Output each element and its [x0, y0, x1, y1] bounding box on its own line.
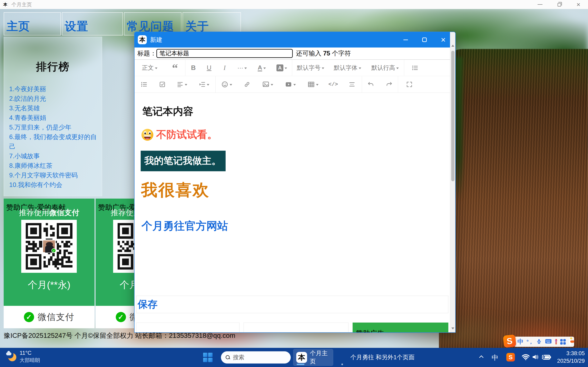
insert-video-dropdown[interactable]: [279, 81, 302, 88]
ranking-item[interactable]: 4.青春美丽娟: [9, 113, 99, 123]
insert-table-dropdown[interactable]: [302, 81, 324, 88]
bullet-list-button[interactable]: [404, 64, 425, 71]
ranking-item[interactable]: 8.康师傅冰红茶: [9, 161, 99, 170]
ranking-item[interactable]: 1.今夜好美丽: [9, 84, 99, 94]
highlight-icon: A: [277, 64, 283, 71]
ranking-item[interactable]: 10.我和你有个约会: [9, 180, 99, 190]
font-family-dropdown[interactable]: 默认字体: [329, 64, 366, 72]
font-color-icon: A: [258, 64, 262, 71]
wechat-pay-label: 微信支付: [38, 311, 75, 323]
punctuation-icon[interactable]: °，: [527, 338, 533, 345]
dialog-minimize-button[interactable]: [401, 35, 410, 44]
redo-button[interactable]: [380, 81, 398, 88]
indent-dropdown[interactable]: [192, 81, 215, 88]
paragraph-style-dropdown[interactable]: 正文: [135, 64, 165, 72]
insert-link-button[interactable]: [238, 81, 256, 88]
assistant-mascot-icon[interactable]: [569, 338, 572, 346]
ranking-item[interactable]: 2.皎洁的月光: [9, 94, 99, 103]
note-hyperlink[interactable]: 个月勇往官方网站: [141, 219, 228, 234]
ranking-item[interactable]: 5.万里归来，仍是少年: [9, 123, 99, 132]
task-list-button[interactable]: [153, 81, 171, 88]
tray-expand-chevron-icon[interactable]: [479, 355, 484, 360]
save-button[interactable]: 保存: [138, 298, 158, 311]
emoji-dropdown[interactable]: [216, 81, 238, 88]
volume-icon[interactable]: [532, 353, 540, 361]
ime-mode-icon[interactable]: 中: [517, 338, 523, 346]
scroll-up-arrow-icon[interactable]: [451, 45, 454, 47]
tray-sogou-icon[interactable]: S: [506, 353, 515, 361]
divider-button[interactable]: [342, 81, 362, 88]
horizontal-rule-icon: [348, 81, 355, 88]
dialog-maximize-button[interactable]: [420, 35, 429, 44]
underline-button[interactable]: U: [201, 64, 217, 72]
wechat-badge-icon: ✓: [52, 248, 56, 253]
open-app-indicator: [341, 364, 343, 365]
orange-text: 我很喜欢: [141, 179, 210, 201]
microphone-icon[interactable]: [536, 338, 542, 345]
active-app-indicator: [297, 364, 304, 365]
minimize-button[interactable]: [530, 0, 550, 9]
windows-logo-icon: [208, 353, 213, 357]
code-block-button[interactable]: </>: [324, 81, 342, 87]
scroll-down-arrow-icon[interactable]: [451, 327, 454, 329]
dialog-close-button[interactable]: ×: [439, 35, 448, 44]
font-size-dropdown[interactable]: 默认字号: [292, 64, 329, 72]
italic-button[interactable]: I: [217, 64, 232, 72]
close-button[interactable]: ×: [569, 0, 588, 9]
app-logo-icon: 本: [2, 2, 8, 7]
keyboard-icon[interactable]: [545, 338, 552, 345]
note-title-row: 标题： 还可输入 75 个字符: [135, 48, 450, 60]
insert-image-dropdown[interactable]: [256, 81, 279, 88]
maximize-icon: [422, 38, 427, 42]
ranking-item[interactable]: 6.最终，我们都会变成更好的自己: [9, 132, 99, 151]
skin-icon[interactable]: [555, 339, 557, 344]
chevron-down-icon: [230, 84, 232, 86]
taskbar-search[interactable]: 搜索: [221, 351, 291, 364]
highlight-color-dropdown[interactable]: A: [272, 64, 292, 71]
red-text: 不防试试看。: [156, 128, 217, 142]
tray-clock[interactable]: 3:38:05 2025/10/29: [557, 350, 585, 364]
taskbar-weather-widget[interactable]: 11°C 大部晴朗: [6, 350, 40, 364]
bold-button[interactable]: B: [185, 64, 201, 72]
editor-toolbar-row2: </>: [135, 76, 450, 93]
sogou-logo-icon[interactable]: S: [503, 334, 516, 348]
tab-settings[interactable]: 设置: [62, 12, 123, 35]
restore-button[interactable]: [550, 0, 569, 9]
italic-icon: I: [224, 64, 226, 72]
ordered-list-button[interactable]: [135, 81, 153, 88]
more-formats-dropdown[interactable]: ···: [232, 64, 252, 71]
ranking-list: 1.今夜好美丽 2.皎洁的月光 3.无名英雄 4.青春美丽娟 5.万里归来，仍是…: [9, 84, 102, 190]
ranking-item[interactable]: 3.无名英雄: [9, 103, 99, 113]
font-color-dropdown[interactable]: A: [252, 64, 272, 71]
blockquote-button[interactable]: “: [165, 65, 185, 71]
fullscreen-button[interactable]: [398, 81, 421, 88]
ranking-item[interactable]: 9.个月文字聊天软件密码: [9, 170, 99, 180]
chevron-down-icon: [263, 67, 266, 69]
dialog-title: 新建: [150, 36, 162, 44]
tab-home[interactable]: 主页: [4, 12, 61, 35]
wechat-pay-strip: ✓ 微信支付: [4, 306, 95, 328]
line-height-dropdown[interactable]: 默认行高: [366, 64, 404, 72]
ranking-panel: 排行榜 1.今夜好美丽 2.皎洁的月光 3.无名英雄 4.青春美丽娟 5.万里归…: [4, 37, 102, 196]
scrollbar-thumb[interactable]: [451, 51, 454, 181]
search-placeholder: 搜索: [233, 354, 244, 361]
align-dropdown[interactable]: [171, 81, 192, 88]
ranking-item[interactable]: 7.小城故事: [9, 151, 99, 161]
toolbox-grid-icon[interactable]: [560, 339, 566, 345]
grinning-emoji-icon: [141, 129, 153, 141]
taskbar-app-edge[interactable]: 个月勇往 和另外1个页面: [337, 349, 415, 366]
start-button[interactable]: [203, 353, 213, 362]
code-icon: </>: [329, 81, 338, 87]
ad-overlay-label: 赞助广告-爱的奉献: [6, 203, 66, 212]
taskbar: 11°C 大部晴朗 搜索 本 个月主页 个月勇往 和另外1个页面 中 S: [0, 348, 588, 367]
note-red-line: 不防试试看。: [141, 128, 217, 142]
hint-suffix: 个字符: [330, 50, 351, 57]
note-editor-area[interactable]: 笔记本内容 不防试试看。 我的笔记我做主。 我很喜欢 个月勇往官方网站: [135, 93, 450, 294]
undo-button[interactable]: [362, 81, 380, 88]
dialog-scrollbar[interactable]: [450, 32, 455, 332]
tray-ime-indicator[interactable]: 中: [492, 353, 498, 362]
wifi-icon[interactable]: [521, 353, 530, 361]
battery-icon[interactable]: [541, 354, 551, 361]
note-title-input[interactable]: [156, 49, 293, 58]
taskbar-app-notebook[interactable]: 本 个月主页: [293, 349, 333, 366]
